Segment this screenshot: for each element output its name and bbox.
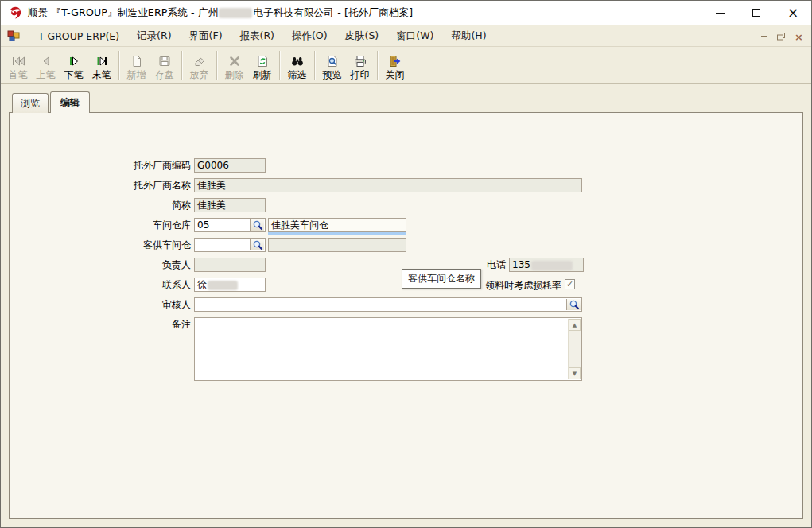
title-bar: 顺景 『T-GROUP』制造业ERP系统 - 广州电子科技有限公司 - [托外厂… [1,1,811,25]
workshop-warehouse-lookup-button[interactable] [250,219,264,231]
print-icon [352,53,368,69]
toolbar-delete-button[interactable]: 删除 [220,49,248,83]
mdi-restore-button[interactable] [777,33,785,41]
customer-warehouse-lookup-button[interactable] [250,239,264,250]
edit-tab-panel: 托外厂商编码 G0006 托外厂商名称 佳胜美 简称 佳胜美 车间仓库 05 佳… [9,112,803,519]
menu-operation[interactable]: 操作(O) [283,25,336,47]
mdi-document-icon [7,29,20,42]
customer-warehouse-code-field[interactable] [194,238,266,252]
window-minimize-button[interactable] [701,1,738,25]
menu-help[interactable]: 帮助(H) [442,25,495,47]
chevron-up-icon: ▲ [573,322,577,328]
remarks-label: 备注 [33,317,191,332]
workshop-warehouse-code-field[interactable]: 05 [194,218,266,232]
scroll-down-button[interactable]: ▼ [569,367,581,379]
menu-tgroup-erp[interactable]: T-GROUP ERP(E) [29,26,128,46]
manager-label: 负责人 [33,258,191,272]
tab-strip: 浏览 编辑 [9,91,803,112]
short-name-value: 佳胜美 [197,200,226,211]
menu-skin[interactable]: 皮肤(S) [336,25,388,47]
vendor-name-field[interactable]: 佳胜美 [194,178,582,192]
workshop-warehouse-code-value: 05 [197,219,209,231]
mdi-client-area: 浏览 编辑 托外厂商编码 G0006 托外厂商名称 佳胜美 简称 佳胜美 车间仓… [1,84,811,528]
save-icon [157,53,173,69]
workshop-warehouse-name-field[interactable]: 佳胜美车间仓 [268,218,406,232]
phone-field[interactable]: 135 [509,258,584,272]
toolbar-first-record-button[interactable]: 首笔 [4,49,32,83]
mdi-close-button[interactable]: × [795,32,803,42]
window-maximize-button[interactable] [738,1,775,25]
workshop-warehouse-name-value: 佳胜美车间仓 [271,219,328,231]
contact-field[interactable]: 徐 [194,278,266,292]
toolbar-close-button[interactable]: 关闭 [381,49,409,83]
window-title: 顺景 『T-GROUP』制造业ERP系统 - 广州电子科技有限公司 - [托外厂… [28,6,413,20]
window-controls: × [701,1,811,25]
title-redacted-company [219,8,252,18]
toolbar-next-record-button[interactable]: 下笔 [60,49,87,83]
toolbar-refresh-button[interactable]: 刷新 [248,49,276,83]
menu-report[interactable]: 报表(R) [231,25,283,47]
toolbar-new-button[interactable]: 新增 [122,49,150,83]
vendor-code-field[interactable]: G0006 [194,158,266,173]
magnifier-icon [252,239,263,250]
customer-warehouse-name-field[interactable] [268,238,406,252]
phone-value: 135 [512,259,530,270]
new-record-icon [129,53,145,69]
erp-main-window: 顺景 『T-GROUP』制造业ERP系统 - 广州电子科技有限公司 - [托外厂… [0,0,812,528]
first-record-icon [10,53,26,69]
remarks-scrollbar[interactable]: ▲ ▼ [568,319,581,379]
short-name-field[interactable]: 佳胜美 [194,198,266,212]
menu-interface[interactable]: 界面(F) [181,25,231,47]
workshop-warehouse-label: 车间仓库 [33,218,191,232]
focus-highlight-bar [268,232,406,235]
minimize-icon [716,13,725,14]
contact-label: 联系人 [33,278,191,292]
auditor-field[interactable] [194,297,582,312]
toolbar-prev-record-button[interactable]: 上笔 [32,49,60,83]
refresh-icon [254,53,270,69]
delete-icon [227,53,243,69]
toolbar-discard-button[interactable]: 放弃 [185,49,213,83]
toolbar-last-record-button[interactable]: 末笔 [87,49,115,83]
magnifier-icon [252,219,263,231]
customer-warehouse-name-tooltip: 客供车间仓名称 [402,269,481,289]
vendor-name-label: 托外厂商名称 [33,178,191,192]
customer-warehouse-label: 客供车间仓 [33,238,191,252]
toolbar-filter-button[interactable]: 筛选 [283,49,311,83]
loss-rate-checkbox[interactable]: ✓ [565,279,575,289]
window-close-button[interactable]: × [775,1,811,25]
toolbar-save-button[interactable]: 存盘 [150,49,178,83]
discard-icon [192,53,208,69]
prev-record-icon [38,53,54,69]
toolbar-separator [181,51,182,80]
filter-icon [289,53,305,69]
menu-window[interactable]: 窗口(W) [387,25,442,47]
toolbar-separator [118,51,119,80]
auditor-lookup-button[interactable] [566,299,581,310]
mdi-minimize-button[interactable] [761,36,767,37]
toolbar-separator [216,51,217,80]
manager-field[interactable] [194,258,266,272]
scroll-up-button[interactable]: ▲ [569,319,581,331]
menu-bar: T-GROUP ERP(E) 记录(R) 界面(F) 报表(R) 操作(O) 皮… [1,25,811,47]
toolbar-separator [279,51,280,80]
vendor-name-value: 佳胜美 [197,180,226,191]
toolbar-separator [377,51,378,80]
contact-redacted [208,281,238,290]
next-record-icon [66,53,82,69]
vendor-code-label: 托外厂商编码 [33,158,191,173]
tab-edit[interactable]: 编辑 [50,91,90,113]
toolbar-separator [314,51,315,80]
maximize-icon [752,9,760,17]
menu-record[interactable]: 记录(R) [128,25,180,47]
toolbar-preview-button[interactable]: 预览 [318,49,346,83]
app-logo-icon [7,5,23,21]
close-icon: × [787,6,798,20]
preview-icon [324,53,340,69]
exit-icon [387,53,403,69]
tab-browse[interactable]: 浏览 [12,93,49,113]
toolbar-print-button[interactable]: 打印 [346,49,374,83]
auditor-label: 审核人 [33,297,191,312]
remarks-textarea[interactable]: ▲ ▼ [194,317,582,381]
short-name-label: 简称 [33,198,191,212]
